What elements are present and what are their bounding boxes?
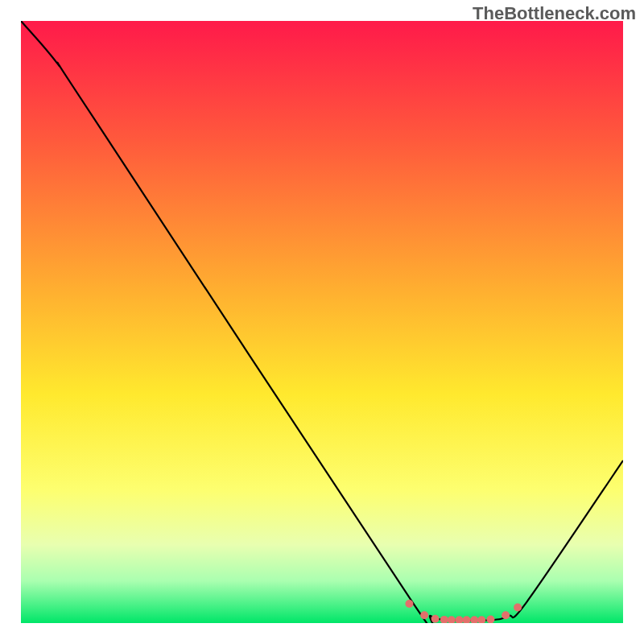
watermark-text: TheBottleneck.com (473, 3, 636, 24)
marker-dot (405, 600, 413, 608)
gradient-background (21, 21, 623, 623)
chart-svg (21, 21, 623, 623)
marker-dot (420, 611, 428, 619)
marker-dot (502, 611, 510, 619)
plot-area (21, 21, 623, 623)
marker-dot (514, 604, 522, 612)
chart-container: TheBottleneck.com (0, 0, 644, 644)
marker-dot (431, 615, 440, 623)
